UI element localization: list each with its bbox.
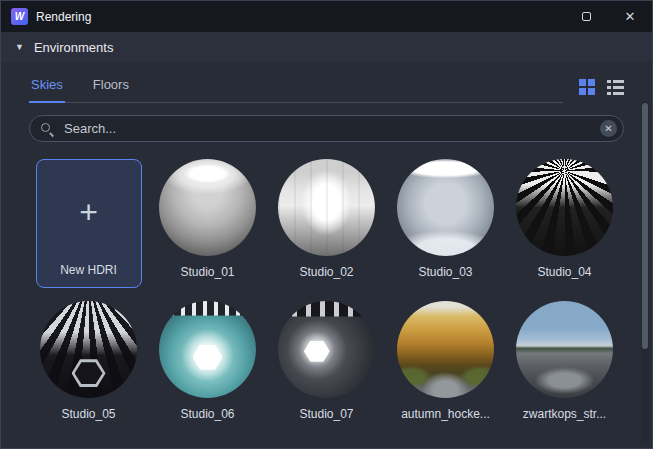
hdri-label: Studio_06 xyxy=(180,407,234,421)
environments-title: Environments xyxy=(34,40,113,55)
search-input[interactable] xyxy=(62,120,592,137)
hdri-thumbnail xyxy=(278,159,375,256)
hdri-thumbnail xyxy=(397,159,494,256)
hdri-label: Studio_02 xyxy=(299,265,353,279)
close-button[interactable]: ✕ xyxy=(608,1,652,32)
hdri-label: Studio_05 xyxy=(61,407,115,421)
scrollbar[interactable] xyxy=(641,101,649,443)
search-bar: ✕ xyxy=(29,115,624,142)
view-mode-toggle xyxy=(579,79,624,103)
tab-skies[interactable]: Skies xyxy=(29,68,65,102)
hdri-label: Studio_03 xyxy=(418,265,472,279)
hdri-label: Studio_04 xyxy=(537,265,591,279)
hdri-thumbnail xyxy=(397,301,494,398)
search-icon xyxy=(40,122,54,136)
new-hdri-label: New HDRI xyxy=(60,263,117,277)
hdri-item-studio-07[interactable]: Studio_07 xyxy=(267,301,386,421)
hdri-label: Studio_07 xyxy=(299,407,353,421)
hdri-label: zwartkops_str... xyxy=(523,407,606,421)
plus-icon: + xyxy=(79,196,98,228)
hdri-thumbnail xyxy=(40,301,137,398)
hdri-thumbnail xyxy=(278,301,375,398)
hexagon-shape xyxy=(193,345,223,370)
tabs-row: Skies Floors xyxy=(29,68,624,103)
titlebar-left: W Rendering xyxy=(1,8,91,25)
new-hdri-tile[interactable]: + New HDRI xyxy=(36,159,142,288)
hdri-thumbnail xyxy=(159,159,256,256)
maximize-icon xyxy=(582,12,591,21)
hdri-thumbnail xyxy=(159,301,256,398)
hdri-label: Studio_01 xyxy=(180,265,234,279)
tabs: Skies Floors xyxy=(29,68,563,103)
environments-header[interactable]: ▼ Environments xyxy=(1,32,652,62)
hdri-thumbnail xyxy=(516,301,613,398)
plus-wrap: + xyxy=(37,160,141,263)
hdri-label: autumn_hocke... xyxy=(401,407,490,421)
hdri-item-studio-05[interactable]: Studio_05 xyxy=(29,301,148,421)
hdri-item-zwartkops[interactable]: zwartkops_str... xyxy=(505,301,624,421)
hdri-item-studio-06[interactable]: Studio_06 xyxy=(148,301,267,421)
hexagon-shape xyxy=(304,341,330,362)
grid-view-icon[interactable] xyxy=(579,79,595,95)
titlebar-controls: ✕ xyxy=(564,1,652,32)
hdri-item-studio-04[interactable]: Studio_04 xyxy=(505,159,624,288)
titlebar: W Rendering ✕ xyxy=(1,1,652,32)
rendering-window: W Rendering ✕ ▼ Environments Skies Floor… xyxy=(0,0,653,449)
scrollbar-thumb[interactable] xyxy=(642,103,648,349)
hdri-item-studio-02[interactable]: Studio_02 xyxy=(267,159,386,288)
hdri-item-studio-01[interactable]: Studio_01 xyxy=(148,159,267,288)
hdri-item-studio-03[interactable]: Studio_03 xyxy=(386,159,505,288)
environments-content: Skies Floors ✕ + New HDRI Studio_01 xyxy=(1,68,652,421)
window-title: Rendering xyxy=(36,10,91,24)
app-logo-icon: W xyxy=(11,8,28,25)
tab-floors[interactable]: Floors xyxy=(91,68,131,102)
hdri-thumbnail xyxy=(516,159,613,256)
collapse-caret-icon: ▼ xyxy=(15,42,24,52)
maximize-button[interactable] xyxy=(564,1,608,32)
hdri-grid: + New HDRI Studio_01 Studio_02 Studio_03… xyxy=(29,159,624,421)
hdri-item-autumn[interactable]: autumn_hocke... xyxy=(386,301,505,421)
list-view-icon[interactable] xyxy=(607,80,624,95)
hexagon-shape xyxy=(72,359,106,387)
close-icon: ✕ xyxy=(625,10,636,23)
clear-search-button[interactable]: ✕ xyxy=(600,120,617,137)
